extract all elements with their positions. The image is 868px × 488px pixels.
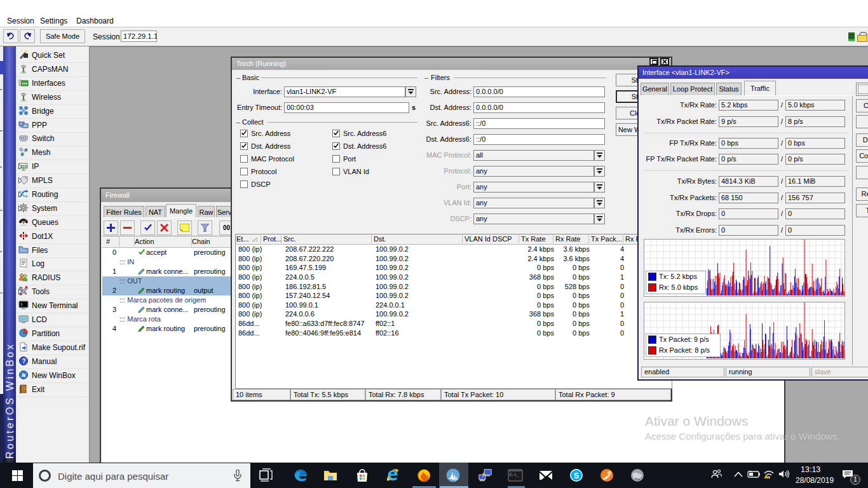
svg-text:C:\_: C:\_: [510, 472, 519, 477]
svg-text:?: ?: [22, 358, 26, 365]
svg-text:S: S: [574, 471, 579, 480]
svg-text:Pro: Pro: [635, 477, 640, 481]
